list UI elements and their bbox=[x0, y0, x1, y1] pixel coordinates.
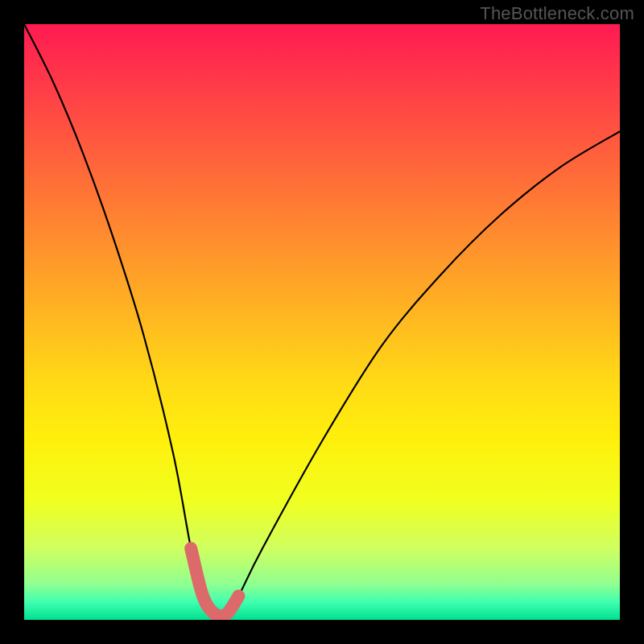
trough-marker bbox=[191, 548, 238, 616]
watermark-text: TheBottleneck.com bbox=[480, 3, 634, 24]
plot-area bbox=[24, 24, 620, 620]
curve-svg bbox=[24, 24, 620, 620]
bottleneck-curve-line bbox=[24, 24, 620, 616]
chart-frame: TheBottleneck.com bbox=[0, 0, 644, 644]
